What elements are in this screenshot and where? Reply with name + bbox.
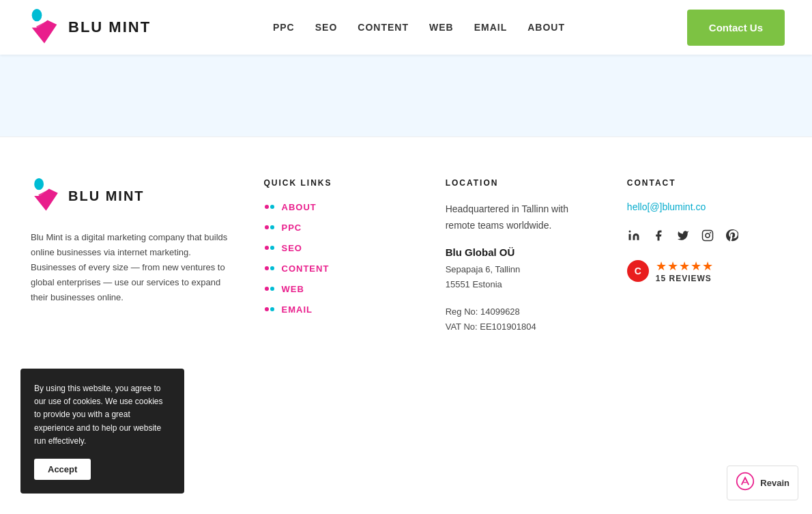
footer-grid: BLU MINT Blu Mint is a digital marketing… bbox=[31, 178, 781, 334]
address: Sepapaja 6, Tallinn 15551 Estonia bbox=[446, 262, 600, 292]
quick-link-ppc[interactable]: PPC bbox=[264, 222, 418, 233]
quick-link-dot-ppc bbox=[264, 222, 275, 233]
logo-text: BLU MINT bbox=[68, 18, 151, 36]
pinterest-icon[interactable] bbox=[725, 229, 739, 242]
quick-link-dot-email bbox=[264, 304, 275, 315]
vat-no: VAT No: EE101901804 bbox=[446, 319, 600, 334]
quick-link-dot-content bbox=[264, 263, 275, 274]
svg-point-3 bbox=[34, 178, 44, 190]
address-line1: Sepapaja 6, Tallinn bbox=[446, 264, 521, 274]
footer-logo-text: BLU MINT bbox=[68, 188, 145, 204]
svg-point-15 bbox=[270, 287, 274, 291]
quick-link-label-seo: SEO bbox=[282, 243, 302, 253]
svg-point-12 bbox=[265, 266, 269, 270]
svg-point-7 bbox=[270, 205, 274, 209]
svg-rect-19 bbox=[702, 231, 712, 241]
quick-link-content[interactable]: CONTENT bbox=[264, 263, 418, 274]
location-title: LOCATION bbox=[446, 178, 600, 188]
svg-point-13 bbox=[270, 266, 274, 270]
quick-link-label-web: WEB bbox=[282, 284, 304, 294]
svg-point-21 bbox=[710, 233, 711, 233]
logo[interactable]: BLU MINT bbox=[27, 9, 151, 46]
quick-link-dot-web bbox=[264, 283, 275, 294]
nav-seo[interactable]: SEO bbox=[315, 22, 338, 33]
reviews-count: 15 REVIEWS bbox=[656, 274, 714, 283]
linkedin-icon[interactable] bbox=[627, 229, 641, 242]
main-nav: PPC SEO CONTENT WEB EMAIL ABOUT bbox=[273, 22, 565, 33]
quick-link-seo[interactable]: SEO bbox=[264, 242, 418, 253]
svg-point-10 bbox=[265, 246, 269, 250]
footer: BLU MINT Blu Mint is a digital marketing… bbox=[0, 137, 812, 362]
stars: ★★★★★ bbox=[656, 259, 714, 274]
logo-icon bbox=[27, 9, 61, 46]
quick-link-label-ppc: PPC bbox=[282, 223, 302, 233]
nav-web[interactable]: WEB bbox=[429, 22, 454, 33]
svg-point-17 bbox=[270, 307, 274, 311]
svg-point-14 bbox=[265, 287, 269, 291]
footer-logo[interactable]: BLU MINT bbox=[31, 178, 237, 214]
contact-title: CONTACT bbox=[627, 178, 781, 188]
footer-about-col: BLU MINT Blu Mint is a digital marketing… bbox=[31, 178, 237, 334]
svg-point-6 bbox=[265, 205, 269, 209]
quick-link-label-content: CONTENT bbox=[282, 263, 330, 274]
footer-description: Blu Mint is a digital marketing company … bbox=[31, 230, 237, 305]
clutch-icon: C bbox=[627, 260, 649, 282]
header: BLU MINT PPC SEO CONTENT WEB EMAIL ABOUT… bbox=[0, 0, 812, 55]
instagram-icon[interactable] bbox=[701, 229, 714, 242]
footer-location-col: LOCATION Headquartered in Tallinn with r… bbox=[446, 178, 600, 334]
reg-numbers: Reg No: 14099628 VAT No: EE101901804 bbox=[446, 304, 600, 334]
nav-ppc[interactable]: PPC bbox=[273, 22, 295, 33]
contact-email[interactable]: hello[@]blumint.co bbox=[627, 201, 781, 212]
nav-about[interactable]: ABOUT bbox=[527, 22, 565, 33]
nav-email[interactable]: EMAIL bbox=[474, 22, 508, 33]
reviews-info: ★★★★★ 15 REVIEWS bbox=[656, 259, 714, 283]
address-line2: 15551 Estonia bbox=[446, 279, 502, 289]
svg-point-11 bbox=[270, 246, 274, 250]
svg-point-9 bbox=[270, 225, 274, 229]
footer-logo-icon bbox=[31, 178, 61, 214]
svg-point-8 bbox=[265, 225, 269, 229]
contact-us-button[interactable]: Contact Us bbox=[687, 10, 785, 46]
footer-quick-links-col: QUICK LINKS ABOUT PPC bbox=[264, 178, 418, 334]
quick-link-about[interactable]: ABOUT bbox=[264, 201, 418, 212]
svg-point-0 bbox=[32, 9, 42, 21]
svg-point-16 bbox=[265, 307, 269, 311]
quick-link-label-about: ABOUT bbox=[282, 202, 317, 212]
facebook-icon[interactable] bbox=[652, 229, 665, 242]
nav-content[interactable]: CONTENT bbox=[358, 22, 409, 33]
twitter-icon[interactable] bbox=[676, 229, 690, 242]
footer-contact-col: CONTACT hello[@]blumint.co bbox=[627, 178, 781, 334]
quick-link-dot-seo bbox=[264, 242, 275, 253]
quick-link-email[interactable]: EMAIL bbox=[264, 304, 418, 315]
quick-link-web[interactable]: WEB bbox=[264, 283, 418, 294]
location-intro: Headquartered in Tallinn with remote tea… bbox=[446, 201, 600, 234]
reviews-row: C ★★★★★ 15 REVIEWS bbox=[627, 259, 781, 283]
quick-links-title: QUICK LINKS bbox=[264, 178, 418, 188]
reg-no: Reg No: 14099628 bbox=[446, 304, 600, 319]
social-icons-row bbox=[627, 229, 781, 242]
svg-point-20 bbox=[706, 233, 710, 238]
quick-link-dot-about bbox=[264, 201, 275, 212]
company-name: Blu Global OÜ bbox=[446, 246, 600, 258]
hero-section bbox=[0, 55, 812, 137]
svg-point-18 bbox=[628, 231, 630, 233]
quick-link-label-email: EMAIL bbox=[282, 304, 313, 315]
